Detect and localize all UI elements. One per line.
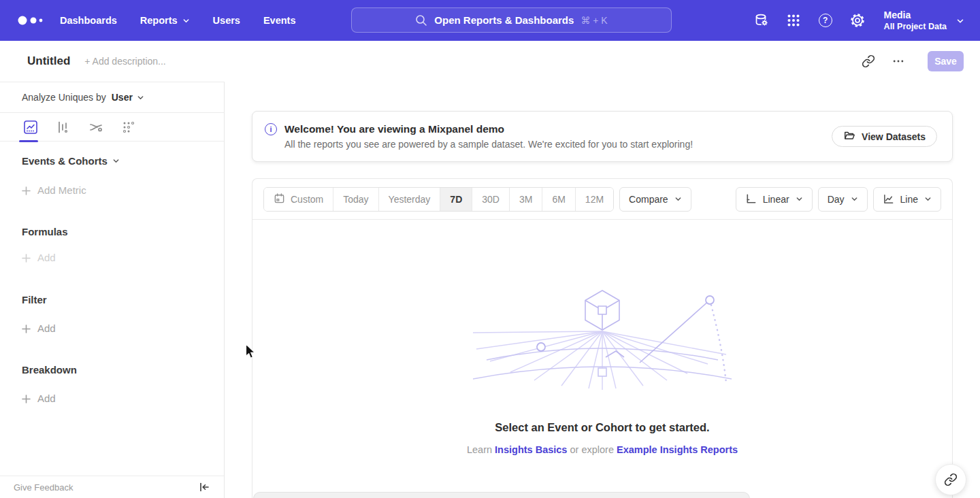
empty-state-illustration — [473, 289, 732, 391]
plus-icon — [22, 394, 31, 403]
tab-bar-chart[interactable] — [54, 118, 72, 136]
calendar-icon — [274, 193, 285, 206]
nav-right-cluster: ? Media All Project Data — [753, 0, 964, 41]
floating-copy-link-button[interactable] — [935, 464, 966, 495]
copy-link-icon[interactable] — [861, 54, 876, 69]
search-label: Open Reports & Dashboards — [434, 14, 574, 26]
date-range-yesterday[interactable]: Yesterday — [378, 188, 440, 211]
date-range-6m[interactable]: 6M — [542, 188, 574, 211]
analyze-label: Analyze Uniques by — [22, 92, 106, 103]
date-range-custom[interactable]: Custom — [264, 188, 333, 211]
add-formula-button[interactable]: Add — [0, 252, 224, 263]
chart-display-controls: Linear Day — [736, 187, 941, 212]
plus-icon — [22, 324, 31, 333]
demo-banner: i Welcome! You are viewing a Mixpanel de… — [252, 111, 953, 162]
help-icon[interactable]: ? — [817, 12, 834, 29]
events-cohorts-header[interactable]: Events & Cohorts — [0, 155, 224, 167]
report-title[interactable]: Untitled — [27, 54, 70, 68]
project-selector[interactable]: Media All Project Data — [884, 10, 964, 32]
primary-nav: Dashboards Reports Users Events — [60, 15, 295, 26]
banner-title: Welcome! You are viewing a Mixpanel demo — [284, 123, 693, 135]
more-options-icon[interactable] — [891, 54, 906, 69]
chevron-down-icon — [796, 195, 803, 203]
empty-state: Select an Event or Cohort to get started… — [252, 220, 952, 498]
add-description-field[interactable]: + Add description... — [84, 56, 165, 67]
tab-insights-line[interactable] — [22, 118, 39, 136]
add-metric-button[interactable]: Add Metric — [0, 184, 224, 196]
chevron-down-icon — [956, 17, 964, 24]
nav-events[interactable]: Events — [263, 15, 296, 26]
plus-icon — [22, 253, 31, 262]
folder-icon — [843, 129, 855, 144]
example-insights-reports-link[interactable]: Example Insights Reports — [617, 444, 738, 455]
chevron-down-icon — [924, 195, 932, 203]
project-name: Media — [884, 10, 947, 21]
chart-controls: Custom Today Yesterday 7D 30D 3M 6M 12M … — [252, 179, 952, 220]
chevron-down-icon — [851, 195, 858, 203]
insights-basics-link[interactable]: Insights Basics — [495, 444, 567, 455]
banner-subtitle: All the reports you see are powered by a… — [284, 139, 693, 150]
filter-header: Filter — [0, 294, 224, 305]
save-button[interactable]: Save — [928, 51, 964, 71]
chart-panel: Custom Today Yesterday 7D 30D 3M 6M 12M … — [252, 178, 953, 498]
chevron-down-icon — [674, 195, 682, 203]
nav-users[interactable]: Users — [213, 15, 240, 26]
visualization-tabs — [0, 113, 224, 142]
search-icon — [415, 14, 427, 27]
tab-metrics[interactable] — [120, 118, 137, 136]
settings-gear-icon[interactable] — [849, 12, 866, 29]
view-datasets-button[interactable]: View Datasets — [832, 126, 937, 147]
add-filter-button[interactable]: Add — [0, 322, 224, 334]
top-navbar: Dashboards Reports Users Events Open Rep… — [0, 0, 980, 41]
plus-icon — [22, 186, 31, 195]
tab-flow[interactable] — [87, 118, 105, 136]
query-builder-sidebar: Analyze Uniques by User — [0, 82, 225, 498]
chevron-down-icon — [112, 157, 120, 165]
empty-state-title: Select an Event or Cohort to get started… — [495, 421, 709, 434]
report-actions: Save — [861, 51, 964, 71]
next-section-edge — [253, 492, 750, 498]
project-scope: All Project Data — [884, 21, 947, 32]
main-content: i Welcome! You are viewing a Mixpanel de… — [225, 82, 980, 498]
line-chart-icon — [883, 193, 894, 205]
empty-state-links: Learn Insights Basics or explore Example… — [467, 444, 738, 455]
sidebar-footer: Give Feedback — [0, 476, 224, 498]
nav-dashboards[interactable]: Dashboards — [60, 15, 117, 26]
date-range-3m[interactable]: 3M — [509, 188, 542, 211]
collapse-sidebar-icon[interactable] — [198, 481, 210, 493]
compare-button[interactable]: Compare — [619, 187, 691, 212]
global-search[interactable]: Open Reports & Dashboards ⌘ + K — [351, 7, 672, 33]
date-range-picker: Custom Today Yesterday 7D 30D 3M 6M 12M — [263, 187, 614, 212]
date-range-today[interactable]: Today — [333, 188, 378, 211]
analyze-by-dropdown[interactable]: User — [112, 92, 144, 103]
chevron-down-icon — [137, 94, 144, 101]
chart-type-dropdown[interactable]: Line — [873, 187, 941, 212]
report-header: Untitled + Add description... Save — [0, 41, 980, 82]
linear-axes-icon — [745, 193, 757, 205]
search-shortcut: ⌘ + K — [581, 15, 607, 26]
give-feedback-link[interactable]: Give Feedback — [14, 482, 73, 493]
scale-dropdown[interactable]: Linear — [736, 187, 813, 212]
apps-grid-icon[interactable] — [785, 12, 802, 29]
date-range-7d[interactable]: 7D — [440, 188, 472, 211]
data-management-icon[interactable] — [753, 12, 770, 29]
chevron-down-icon — [182, 17, 190, 24]
formulas-header: Formulas — [0, 226, 224, 237]
date-range-30d[interactable]: 30D — [472, 188, 509, 211]
breakdown-header: Breakdown — [0, 364, 224, 376]
add-breakdown-button[interactable]: Add — [0, 393, 224, 404]
granularity-dropdown[interactable]: Day — [818, 187, 868, 212]
analyze-row: Analyze Uniques by User — [0, 82, 224, 113]
date-range-12m[interactable]: 12M — [575, 188, 613, 211]
nav-reports[interactable]: Reports — [140, 15, 190, 26]
info-icon: i — [265, 123, 277, 135]
mixpanel-logo-icon[interactable] — [16, 13, 50, 28]
app-root: Dashboards Reports Users Events Open Rep… — [0, 0, 980, 498]
